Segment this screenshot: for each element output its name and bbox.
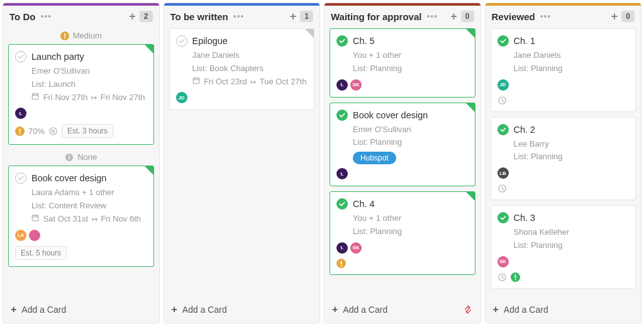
check-done-icon[interactable] bbox=[336, 198, 348, 210]
date-arrow-icon: ↦ bbox=[91, 214, 99, 225]
card-corner-icon bbox=[145, 45, 153, 53]
calendar-icon bbox=[31, 93, 39, 100]
card-epilogue[interactable]: Epilogue Jane Daniels List: Book Chapter… bbox=[169, 28, 315, 110]
avatar[interactable]: LA bbox=[15, 230, 26, 241]
card-ch5[interactable]: Ch. 5 You + 1 other List: Planning t. SK bbox=[330, 28, 475, 98]
card-ch4[interactable]: Ch. 4 You + 1 other List: Planning t. SK bbox=[330, 191, 475, 275]
card-avatars: t. SK bbox=[336, 242, 469, 254]
avatar[interactable] bbox=[29, 230, 40, 241]
check-done-icon[interactable] bbox=[497, 35, 509, 47]
column-count: 1 bbox=[300, 11, 313, 22]
card-list: List: Launch bbox=[15, 78, 147, 91]
add-card-label: Add a Card bbox=[504, 305, 548, 315]
card-title: Ch. 5 bbox=[353, 36, 375, 46]
column-title[interactable]: To Do bbox=[9, 11, 35, 22]
card-list: List: Content Review bbox=[15, 200, 147, 213]
card-footer bbox=[497, 273, 630, 282]
avatar[interactable]: t. bbox=[336, 168, 348, 179]
date-arrow-icon: ↦ bbox=[90, 93, 98, 104]
column-waiting-for-approval: Waiting for approval ••• + 0 Ch. 5 You +… bbox=[324, 3, 481, 323]
column-menu-icon[interactable]: ••• bbox=[232, 12, 246, 21]
clock-icon bbox=[497, 273, 507, 282]
column-count: 0 bbox=[621, 11, 635, 22]
column-header: Reviewed ••• + 0 bbox=[486, 6, 641, 26]
add-card-label: Add a Card bbox=[182, 305, 227, 315]
column-menu-icon[interactable]: ••• bbox=[539, 12, 553, 21]
priority-icon bbox=[60, 31, 69, 40]
avatar[interactable]: SK bbox=[350, 242, 362, 254]
card-avatars: JD bbox=[497, 79, 630, 91]
recurring-icon[interactable] bbox=[463, 305, 473, 315]
card-footer bbox=[336, 259, 469, 268]
tag-hubspot[interactable]: Hubspot bbox=[353, 152, 396, 164]
check-done-icon[interactable] bbox=[497, 212, 509, 223]
avatar[interactable]: JD bbox=[497, 79, 509, 91]
priority-label: None bbox=[77, 152, 97, 162]
card-dates: Fri Oct 23rd ↦ Tue Oct 27th bbox=[176, 76, 308, 89]
card-avatars: t. SK bbox=[336, 79, 469, 91]
add-card-button[interactable]: + Add a Card bbox=[164, 296, 320, 323]
avatar[interactable]: LB bbox=[497, 167, 509, 179]
check-open-icon[interactable] bbox=[15, 51, 26, 62]
clock-icon bbox=[497, 184, 507, 193]
card-owner: Jane Daniels bbox=[497, 49, 630, 62]
add-card-button[interactable]: + Add a Card bbox=[325, 296, 480, 323]
card-owner: Emer O'Sullivan bbox=[15, 65, 147, 78]
info-icon bbox=[65, 153, 74, 162]
column-add-icon[interactable]: + bbox=[129, 11, 136, 22]
avatar[interactable]: t. bbox=[15, 108, 26, 119]
card-title: Ch. 4 bbox=[353, 199, 375, 209]
card-list: List: Planning bbox=[336, 136, 469, 149]
progress-icon bbox=[15, 126, 25, 136]
column-menu-icon[interactable]: ••• bbox=[39, 12, 53, 21]
priority-group-none: None bbox=[8, 150, 154, 166]
check-open-icon[interactable] bbox=[15, 172, 26, 184]
estimate-pill: Est. 5 hours bbox=[15, 246, 67, 260]
column-add-icon[interactable]: + bbox=[290, 11, 297, 22]
avatar[interactable]: JD bbox=[176, 92, 187, 103]
avatar[interactable]: t. bbox=[336, 79, 348, 91]
card-footer: 70% Est. 3 hours bbox=[15, 124, 147, 138]
add-card-button[interactable]: + Add a Card bbox=[486, 296, 641, 323]
check-done-icon[interactable] bbox=[497, 124, 509, 135]
card-avatars: t. bbox=[15, 108, 147, 119]
column-count: 2 bbox=[140, 11, 153, 22]
card-footer: Est. 5 hours bbox=[15, 246, 147, 260]
check-done-icon[interactable] bbox=[336, 110, 348, 121]
card-book-cover-design-waiting[interactable]: Book cover design Emer O'Sullivan List: … bbox=[330, 103, 475, 187]
card-ch2[interactable]: Ch. 2 Lee Barry List: Planning LB bbox=[491, 117, 636, 201]
card-list: List: Planning bbox=[497, 62, 630, 76]
column-count: 0 bbox=[461, 11, 474, 22]
card-dates: Fri Nov 27th ↦ Fri Nov 27th bbox=[15, 91, 147, 104]
add-card-button[interactable]: + Add a Card bbox=[3, 296, 159, 323]
card-avatars: SK bbox=[497, 256, 630, 267]
card-list: List: Planning bbox=[336, 62, 469, 76]
clock-icon bbox=[497, 96, 507, 105]
column-title[interactable]: Reviewed bbox=[492, 11, 535, 22]
avatar[interactable]: SK bbox=[350, 79, 362, 91]
card-list: List: Planning bbox=[497, 150, 630, 164]
card-title: Epilogue bbox=[192, 36, 228, 46]
column-menu-icon[interactable]: ••• bbox=[425, 12, 439, 21]
check-done-icon[interactable] bbox=[336, 35, 348, 47]
card-launch-party[interactable]: Launch party Emer O'Sullivan List: Launc… bbox=[8, 44, 154, 145]
card-list: List: Book Chapters bbox=[176, 62, 308, 76]
target-icon bbox=[48, 126, 58, 136]
column-add-icon[interactable]: + bbox=[611, 11, 618, 22]
plus-icon: + bbox=[172, 304, 177, 315]
card-avatars: JD bbox=[176, 92, 308, 103]
card-book-cover-design[interactable]: Book cover design Laura Adams + 1 other … bbox=[8, 166, 154, 266]
avatar[interactable]: SK bbox=[497, 256, 509, 267]
card-ch3[interactable]: Ch. 3 Shona Kelleher List: Planning SK bbox=[491, 205, 636, 289]
card-list: List: Planning bbox=[497, 239, 630, 252]
avatar[interactable]: t. bbox=[336, 242, 348, 254]
priority-group-medium: Medium bbox=[8, 28, 154, 44]
column-add-icon[interactable]: + bbox=[450, 11, 457, 22]
column-title[interactable]: Waiting for approval bbox=[331, 11, 421, 22]
column-body: Epilogue Jane Daniels List: Book Chapter… bbox=[164, 26, 320, 296]
column-title[interactable]: To be written bbox=[170, 11, 228, 22]
card-corner-icon bbox=[466, 192, 475, 201]
check-open-icon[interactable] bbox=[176, 35, 187, 47]
card-ch1[interactable]: Ch. 1 Jane Daniels List: Planning JD bbox=[491, 28, 636, 112]
plus-icon: + bbox=[11, 304, 16, 315]
